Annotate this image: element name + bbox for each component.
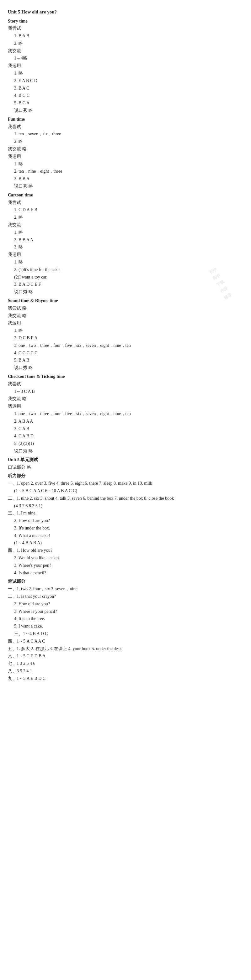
listening-item-10: 2. Would you like a cake? xyxy=(14,554,243,562)
sound-rhyme-section: Sound time & Rhyme time 我尝试 略 我交流 略 我运用 … xyxy=(8,297,243,372)
written-item-8: 五、1. 多大 2. 在那儿 3. 在课上 4. your book 5. un… xyxy=(8,645,243,652)
listening-item-6: 3. It's under the box. xyxy=(14,525,243,532)
story-time-item-4: 1～4略 xyxy=(14,54,243,62)
written-section: 笔试部分 一、1. two 2. four，six 3. seven，nine … xyxy=(8,578,243,682)
listening-item-12: 4. Is that a pencil? xyxy=(14,569,243,577)
written-item-10: 七、1 3 2 5 4 6 xyxy=(8,660,243,667)
checkout-item-4: 1. one，two，three，four，five，six，seven，eig… xyxy=(14,410,243,418)
sound-rhyme-item-5: 3. one，two，three，four，five，six，seven，eig… xyxy=(14,342,243,349)
cartoon-time-item-10: (2)I want a toy car. xyxy=(14,274,243,281)
listening-item-0: 一、1. open 2. over 3. five 4. three 5. ei… xyxy=(8,480,243,487)
sound-rhyme-item-1: 我交流 略 xyxy=(8,312,243,320)
listening-item-7: 4. What a nice cake! xyxy=(14,532,243,539)
sound-rhyme-item-4: 2. D C B E A xyxy=(14,334,243,342)
written-item-9: 六、1～5 C E D B A xyxy=(8,652,243,660)
page-title: Unit 5 How old are you? xyxy=(8,8,243,16)
fun-time-item-1: 1. ten，seven，six，three xyxy=(14,130,243,138)
cartoon-time-item-1: 1. C D A E B xyxy=(14,206,243,214)
written-item-6: 三、1～4 B A D C xyxy=(14,630,243,638)
fun-time-item-8: 说口秀 略 xyxy=(14,183,243,190)
cartoon-time-section: Cartoon time 我尝试 1. C D A E B 2. 略 我交流 1… xyxy=(8,191,243,296)
checkout-item-8: 5. (2)(3)(1) xyxy=(14,440,243,447)
fun-time-item-2: 2. 略 xyxy=(14,138,243,145)
fun-time-item-6: 2. ten，nine，eight，three xyxy=(14,168,243,175)
written-item-0: 一、1. two 2. four，six 3. seven，nine xyxy=(8,585,243,593)
sound-rhyme-item-3: 1. 略 xyxy=(14,327,243,334)
written-item-12: 九、1～5 A E B D C xyxy=(8,675,243,682)
fun-time-item-3: 我交流 略 xyxy=(8,145,243,153)
sound-rhyme-item-0: 我尝试 略 xyxy=(8,304,243,312)
cartoon-time-item-11: 3. B A D C E F xyxy=(14,281,243,288)
fun-time-item-7: 3. B B A xyxy=(14,175,243,183)
story-time-item-9: 4. B C C xyxy=(14,92,243,99)
fun-time-title: Fun time xyxy=(8,116,243,123)
cartoon-time-item-12: 说口秀 略 xyxy=(14,288,243,296)
listening-item-5: 2. How old are you? xyxy=(14,517,243,525)
cartoon-time-item-2: 2. 略 xyxy=(14,214,243,221)
oral-section: 口试部分 略 xyxy=(8,464,243,471)
checkout-item-3: 我运用 xyxy=(8,402,243,410)
sound-rhyme-item-6: 4. C C C C C xyxy=(14,349,243,357)
cartoon-time-item-8: 1. 略 xyxy=(14,258,243,266)
story-time-item-7: 2. E A B C D xyxy=(14,77,243,84)
fun-time-item-0: 我尝试 xyxy=(8,123,243,130)
cartoon-time-item-0: 我尝试 xyxy=(8,199,243,207)
cartoon-time-item-6: 3. 略 xyxy=(14,243,243,251)
oral-title: 口试部分 略 xyxy=(8,464,243,471)
sound-rhyme-item-8: 说口秀 略 xyxy=(14,364,243,372)
listening-title: 听力部分 xyxy=(8,472,243,480)
cartoon-time-item-3: 我交流 xyxy=(8,221,243,229)
listening-item-8: (1～4 B A B A) xyxy=(14,539,243,547)
listening-item-1: (1～5 B C A A C 6～10 A B A C C) xyxy=(14,487,243,495)
story-time-item-11: 说口秀 略 xyxy=(14,107,243,115)
story-time-item-3: 我交流 xyxy=(8,47,243,55)
cartoon-time-item-7: 我运用 xyxy=(8,251,243,258)
checkout-item-7: 4. C A B D xyxy=(14,432,243,440)
story-time-title: Story time xyxy=(8,18,243,25)
story-time-item-1: 1. B A B xyxy=(14,32,243,40)
listening-item-4: 三、1. I'm nine. xyxy=(8,509,243,517)
written-title: 笔试部分 xyxy=(8,578,243,585)
fun-time-item-4: 我运用 xyxy=(8,153,243,161)
unit-test-section: Unit 5 单元测试 口试部分 略 听力部分 一、1. open 2. ove… xyxy=(8,456,243,682)
checkout-item-9: 说口秀 略 xyxy=(14,447,243,455)
written-item-2: 2. How old are you? xyxy=(14,600,243,608)
checkout-item-2: 我交流 略 xyxy=(8,395,243,402)
sound-rhyme-item-2: 我运用 xyxy=(8,319,243,327)
written-item-3: 3. Where is your pencil? xyxy=(14,608,243,615)
fun-time-item-5: 1. 略 xyxy=(14,161,243,168)
listening-item-3: (4 3 7 6 8 2 5 1) xyxy=(14,502,243,510)
story-time-item-2: 2. 略 xyxy=(14,40,243,47)
cartoon-time-item-5: 2. B B A A xyxy=(14,236,243,244)
cartoon-time-item-9: 2. (1)It's time for the cake. xyxy=(14,266,243,274)
written-item-5: 5. I want a cake. xyxy=(14,622,243,630)
listening-item-9: 四、1. How old are you? xyxy=(8,547,243,554)
written-item-11: 八、3 5 2 4 1 xyxy=(8,667,243,675)
fun-time-section: Fun time 我尝试 1. ten，seven，six，three 2. 略… xyxy=(8,116,243,190)
unit-test-title: Unit 5 单元测试 xyxy=(8,456,243,464)
written-item-4: 4. It is in the tree. xyxy=(14,615,243,622)
story-time-item-10: 5. B C A xyxy=(14,99,243,107)
cartoon-time-title: Cartoon time xyxy=(8,191,243,199)
story-time-item-5: 我运用 xyxy=(8,62,243,70)
cartoon-time-item-4: 1. 略 xyxy=(14,229,243,236)
checkout-title: Checkout time & Ticking time xyxy=(8,373,243,380)
listening-item-2: 二、1. nine 2. six 3. shout 4. talk 5. sev… xyxy=(8,495,243,502)
story-time-item-8: 3. B A C xyxy=(14,84,243,92)
written-item-1: 二、1. Is that your crayon? xyxy=(8,593,243,600)
story-time-item-0: 我尝试 xyxy=(8,25,243,32)
checkout-section: Checkout time & Ticking time 我尝试 1～3 C A… xyxy=(8,373,243,455)
sound-rhyme-item-7: 5. B A B xyxy=(14,356,243,364)
written-item-7: 四、1～5 A C A A C xyxy=(8,638,243,645)
checkout-item-5: 2. A B A A xyxy=(14,418,243,425)
sound-rhyme-title: Sound time & Rhyme time xyxy=(8,297,243,304)
checkout-item-1: 1～3 C A B xyxy=(14,388,243,395)
checkout-item-6: 3. C A B xyxy=(14,425,243,433)
checkout-item-0: 我尝试 xyxy=(8,380,243,388)
story-time-section: Story time 我尝试 1. B A B 2. 略 我交流 1～4略 我运… xyxy=(8,18,243,115)
listening-item-11: 3. Where's your pen? xyxy=(14,562,243,569)
listening-section: 听力部分 一、1. open 2. over 3. five 4. three … xyxy=(8,472,243,576)
story-time-item-6: 1. 略 xyxy=(14,70,243,77)
